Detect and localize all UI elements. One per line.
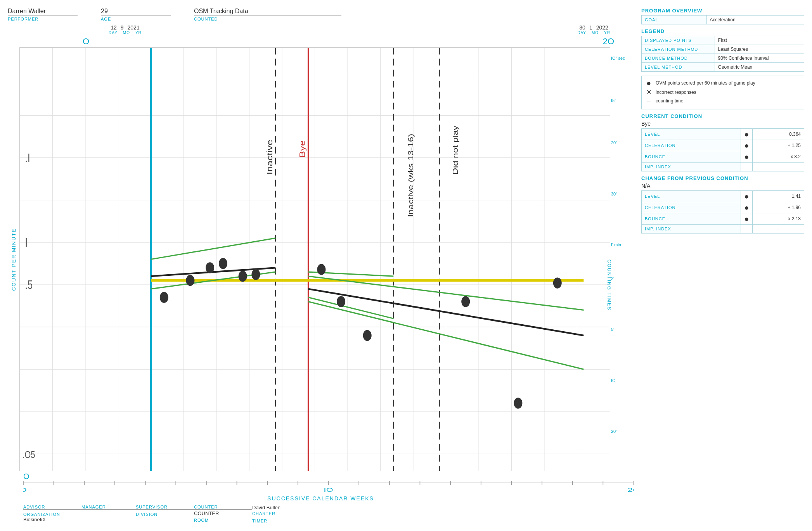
svg-point-51 — [317, 265, 325, 275]
room-label: ROOM — [194, 518, 252, 522]
performer-field: Darren Waller PERFORMER — [8, 8, 78, 21]
charter-label: CHARTER — [252, 511, 330, 516]
header-row: Darren Waller PERFORMER 29 AGE OSM Track… — [8, 8, 634, 21]
age-label: AGE — [101, 17, 171, 21]
y-right-8: IO' — [611, 378, 616, 383]
date-section: 12 9 2021 DAY MO YR 30 1 2022 DAY — [8, 24, 634, 35]
svg-point-48 — [219, 258, 227, 268]
goal-value: Acceleration — [706, 16, 804, 24]
svg-line-37 — [151, 238, 275, 259]
svg-point-46 — [186, 275, 194, 285]
svg-point-53 — [364, 330, 371, 341]
svg-text:Did not play: Did not play — [451, 125, 459, 175]
supervisor-label: SUPERVISOR — [136, 505, 194, 510]
change-imp-label: IMP. INDEX — [642, 225, 741, 234]
chart-svg: .5 I .I .O5 — [20, 48, 610, 471]
bounce-value: x 3.2 — [752, 151, 804, 163]
svg-text:IO: IO — [324, 487, 333, 493]
current-metrics-table: LEVEL ● 0.364 CELERATION ● ÷ 1.25 BOUNCE… — [641, 128, 804, 171]
date-right-mo: 1 — [589, 24, 592, 31]
date-right-yr: 2022 — [596, 24, 608, 31]
date-right-day: 30 — [579, 24, 585, 31]
y-axis-label: COUNT PER MINUTE — [9, 224, 18, 295]
current-condition-section: CURRENT CONDITION Bye LEVEL ● 0.364 CELE… — [641, 113, 804, 171]
organization-label: ORGANIZATION — [23, 512, 81, 517]
legend-title: LEGEND — [641, 28, 804, 34]
counted-value: OSM Tracking Data — [194, 8, 341, 16]
change-value: N/A — [641, 183, 804, 189]
counter-field: COUNTER COUNTER ROOM — [194, 505, 252, 523]
date-right-day-label: DAY — [577, 31, 586, 35]
date-right-yr-label: YR — [604, 31, 610, 35]
svg-point-56 — [554, 278, 561, 288]
legend-x-text: incorrect responses — [656, 90, 696, 95]
dot-icon: ● — [645, 79, 653, 87]
svg-text:Inactive (wks 13-16): Inactive (wks 13-16) — [407, 134, 415, 217]
performer-value: Darren Waller — [8, 8, 78, 16]
level-method-value: Geometric Mean — [715, 63, 804, 72]
charter-field: David Bullen CHARTER TIMER — [252, 505, 330, 523]
x-axis-bottom-zero: O — [8, 472, 634, 481]
dash-icon: – — [645, 97, 653, 104]
svg-point-55 — [514, 398, 522, 408]
svg-text:Bye: Bye — [298, 140, 307, 158]
timer-label: TIMER — [252, 519, 330, 523]
x-icon: ✕ — [645, 88, 653, 96]
change-level-label: LEVEL — [642, 191, 741, 202]
level-method-label: LEVEL METHOD — [642, 63, 715, 72]
date-right: 30 1 2022 DAY MO YR — [577, 24, 610, 35]
svg-point-50 — [252, 270, 260, 280]
change-bounce-value: x 2.13 — [752, 213, 804, 225]
y-right-1: IO" sec — [611, 56, 625, 61]
performer-label: PERFORMER — [8, 17, 78, 21]
division-label: DIVISION — [136, 512, 194, 517]
manager-field: MANAGER — [81, 505, 136, 523]
svg-text:I: I — [25, 236, 28, 249]
counter-value: COUNTER — [194, 510, 252, 516]
chart-wrapper: COUNT PER MINUTE — [8, 47, 634, 471]
manager-label: MANAGER — [81, 505, 136, 510]
charter-person: David Bullen — [252, 505, 330, 510]
legend-dot-text: OVM points scored per 60 minutes of game… — [656, 80, 755, 86]
bounce-dot: ● — [741, 151, 752, 163]
change-level-dot: ● — [741, 191, 752, 202]
counted-label: COUNTED — [194, 17, 341, 21]
legend-item-x: ✕ incorrect responses — [645, 88, 801, 96]
celeration-value: ÷ 1.25 — [752, 140, 804, 151]
change-imp-empty — [741, 225, 752, 234]
legend-table: DISPLAYED POINTS First CELERATION METHOD… — [641, 36, 804, 72]
level-value: 0.364 — [752, 129, 804, 140]
legend-dash-text: counting time — [656, 98, 683, 104]
program-overview-section: PROGRAM OVERVIEW GOAL Acceleration — [641, 8, 804, 24]
change-imp-value: - — [752, 225, 804, 234]
y-right-3: 20" — [611, 140, 617, 145]
counter-label: COUNTER — [194, 505, 252, 510]
organization-value: BiokinetiX — [23, 517, 81, 522]
x-axis-svg: O IO 2O — [23, 481, 634, 493]
bounce-method-label: BOUNCE METHOD — [642, 54, 715, 63]
svg-text:.5: .5 — [25, 278, 33, 292]
svg-text:Inactive: Inactive — [265, 140, 274, 175]
displayed-points-label: DISPLAYED POINTS — [642, 36, 715, 45]
change-metrics-table: LEVEL ● ÷ 1.41 CELERATION ● ÷ 1.96 BOUNC… — [641, 190, 804, 234]
y-right-2: I5" — [611, 98, 616, 103]
y-right-4: 30" — [611, 192, 617, 196]
bounce-label: BOUNCE — [642, 151, 741, 163]
change-bounce-label: BOUNCE — [642, 213, 741, 225]
change-level-value: ÷ 1.41 — [752, 191, 804, 202]
celeration-method-value: Least Squares — [715, 45, 804, 54]
current-condition-title: CURRENT CONDITION — [641, 113, 804, 119]
legend-item-dot: ● OVM points scored per 60 minutes of ga… — [645, 79, 801, 87]
imp-index-empty — [741, 163, 752, 171]
y-right-7: 5' — [611, 327, 614, 332]
legend-symbols-box: ● OVM points scored per 60 minutes of ga… — [641, 76, 804, 109]
date-left-yr: 2021 — [128, 24, 140, 31]
y-right-9: 20' — [611, 429, 616, 434]
zero-left-top: O — [83, 36, 89, 46]
svg-text:O: O — [23, 487, 27, 493]
svg-point-54 — [462, 297, 469, 307]
goal-table: GOAL Acceleration — [641, 15, 804, 24]
svg-point-47 — [206, 263, 214, 273]
date-left-mo-label: MO — [123, 31, 130, 35]
svg-text:.O5: .O5 — [23, 449, 35, 460]
